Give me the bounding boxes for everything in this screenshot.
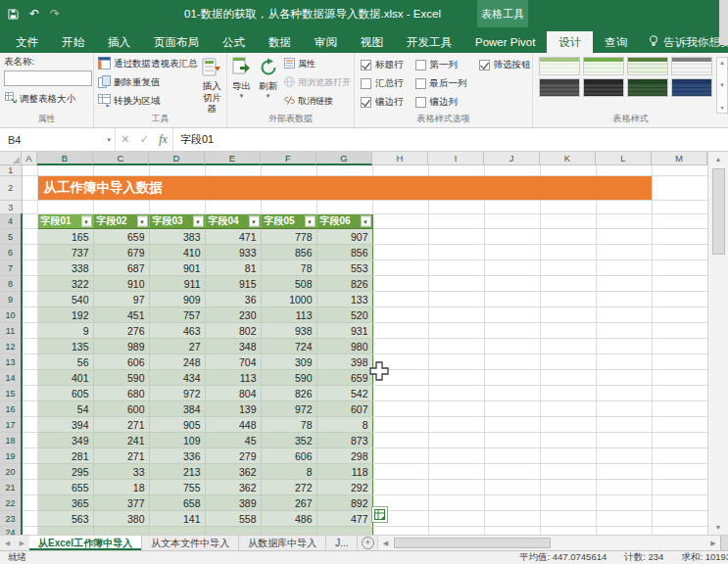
table-data-cell[interactable]: 349 bbox=[37, 433, 93, 448]
column-header[interactable]: A bbox=[22, 152, 37, 165]
grid-cell[interactable] bbox=[37, 201, 93, 214]
grid-cell[interactable] bbox=[540, 354, 596, 370]
table-style-thumbnail[interactable] bbox=[627, 57, 668, 75]
table-data-cell[interactable]: 911 bbox=[149, 276, 205, 292]
row-header[interactable]: 10 bbox=[0, 307, 22, 323]
grid-cell[interactable] bbox=[596, 292, 652, 307]
grid-cell[interactable] bbox=[22, 165, 37, 176]
grid-cell[interactable] bbox=[484, 433, 540, 448]
grid-cell[interactable] bbox=[205, 165, 261, 176]
grid-cell[interactable] bbox=[316, 201, 372, 214]
grid-cell[interactable] bbox=[372, 292, 428, 307]
table-data-cell[interactable]: 410 bbox=[149, 245, 205, 260]
grid-cell[interactable] bbox=[596, 401, 652, 417]
gallery-up-icon[interactable]: ▲ bbox=[719, 60, 725, 66]
insert-function-icon[interactable]: fx bbox=[159, 132, 168, 147]
grid-cell[interactable] bbox=[372, 527, 428, 536]
grid-cell[interactable] bbox=[372, 417, 428, 433]
grid-cell[interactable] bbox=[428, 370, 484, 386]
tell-me-box[interactable]: 告诉我你想要做什么 bbox=[639, 31, 728, 53]
grid-cell[interactable] bbox=[372, 401, 428, 417]
grid-cell[interactable] bbox=[261, 165, 316, 176]
grid-cell[interactable] bbox=[540, 292, 596, 307]
grid-cell[interactable] bbox=[540, 229, 596, 245]
table-data-cell[interactable]: 309 bbox=[261, 354, 316, 370]
grid-cell[interactable] bbox=[22, 386, 37, 401]
pane-split-handle[interactable] bbox=[720, 536, 728, 550]
table-data-cell[interactable]: 659 bbox=[93, 229, 149, 245]
horizontal-scroll-thumb[interactable] bbox=[394, 538, 551, 548]
grid-cell[interactable] bbox=[652, 339, 707, 354]
grid-cell[interactable] bbox=[484, 276, 540, 292]
row-header[interactable]: 24 bbox=[0, 527, 22, 536]
grid-cell[interactable] bbox=[484, 448, 540, 464]
enter-icon[interactable]: ✓ bbox=[140, 133, 149, 146]
table-data-cell[interactable]: 704 bbox=[205, 354, 261, 370]
grid-cell[interactable] bbox=[428, 527, 484, 536]
table-data-cell[interactable]: 81 bbox=[205, 260, 261, 276]
table-data-cell[interactable]: 737 bbox=[37, 245, 93, 260]
table-data-cell[interactable] bbox=[316, 527, 372, 536]
grid-cell[interactable] bbox=[372, 386, 428, 401]
table-data-cell[interactable]: 972 bbox=[149, 386, 205, 401]
table-data-cell[interactable]: 362 bbox=[205, 464, 261, 480]
grid-cell[interactable] bbox=[596, 495, 652, 511]
grid-cell[interactable] bbox=[540, 339, 596, 354]
grid-cell[interactable] bbox=[484, 165, 540, 176]
table-data-cell[interactable]: 118 bbox=[316, 464, 372, 480]
table-data-cell[interactable]: 18 bbox=[93, 480, 149, 495]
select-all-corner[interactable] bbox=[0, 152, 22, 165]
grid-cell[interactable] bbox=[596, 307, 652, 323]
grid-cell[interactable] bbox=[652, 527, 707, 536]
table-header-cell[interactable]: 字段04▼ bbox=[205, 214, 261, 229]
grid-cell[interactable] bbox=[484, 245, 540, 260]
grid-cell[interactable] bbox=[484, 480, 540, 495]
grid-cell[interactable] bbox=[652, 165, 707, 176]
table-data-cell[interactable]: 508 bbox=[261, 276, 316, 292]
grid-cell[interactable] bbox=[540, 370, 596, 386]
table-header-cell[interactable]: 字段01▼ bbox=[37, 214, 93, 229]
open-in-browser-button[interactable]: 用浏览器打开 bbox=[282, 73, 353, 92]
grid-cell[interactable] bbox=[428, 401, 484, 417]
table-data-cell[interactable]: 605 bbox=[37, 386, 93, 401]
table-data-cell[interactable]: 471 bbox=[205, 229, 261, 245]
grid-cell[interactable] bbox=[596, 448, 652, 464]
table-data-cell[interactable] bbox=[93, 527, 149, 536]
grid-cell[interactable] bbox=[540, 527, 596, 536]
grid-cell[interactable] bbox=[22, 307, 37, 323]
column-header[interactable]: L bbox=[596, 152, 652, 165]
sheet-tab[interactable]: 从文本文件中导入 bbox=[142, 536, 239, 550]
grid-cell[interactable] bbox=[652, 307, 707, 323]
table-data-cell[interactable]: 826 bbox=[261, 386, 316, 401]
grid-cell[interactable] bbox=[428, 276, 484, 292]
table-data-cell[interactable]: 383 bbox=[149, 229, 205, 245]
table-style-thumbnail[interactable] bbox=[539, 57, 580, 75]
row-header[interactable]: 21 bbox=[0, 480, 22, 495]
table-data-cell[interactable]: 394 bbox=[37, 417, 93, 433]
grid-cell[interactable] bbox=[372, 307, 428, 323]
grid-cell[interactable] bbox=[652, 417, 707, 433]
table-data-cell[interactable]: 36 bbox=[205, 292, 261, 307]
table-data-cell[interactable]: 281 bbox=[37, 448, 93, 464]
table-data-cell[interactable]: 248 bbox=[149, 354, 205, 370]
table-data-cell[interactable]: 658 bbox=[149, 495, 205, 511]
table-data-cell[interactable]: 540 bbox=[37, 292, 93, 307]
table-data-cell[interactable]: 113 bbox=[261, 307, 316, 323]
grid-cell[interactable] bbox=[540, 464, 596, 480]
grid-cell[interactable] bbox=[372, 370, 428, 386]
table-data-cell[interactable]: 109 bbox=[149, 433, 205, 448]
gallery-scroll-strip[interactable]: ▲ ▼ ▾ bbox=[716, 57, 728, 114]
grid-cell[interactable] bbox=[484, 201, 540, 214]
grid-cell[interactable] bbox=[484, 401, 540, 417]
sheet-nav-right-icon[interactable]: ▶ bbox=[15, 536, 29, 550]
grid-cell[interactable] bbox=[652, 386, 707, 401]
grid-cell[interactable] bbox=[484, 323, 540, 339]
table-data-cell[interactable]: 322 bbox=[37, 276, 93, 292]
table-data-cell[interactable]: 352 bbox=[261, 433, 316, 448]
grid-cell[interactable] bbox=[652, 495, 707, 511]
table-data-cell[interactable]: 989 bbox=[93, 339, 149, 354]
grid-cell[interactable] bbox=[428, 511, 484, 527]
grid-cell[interactable] bbox=[372, 354, 428, 370]
grid-cell[interactable] bbox=[652, 201, 707, 214]
table-data-cell[interactable]: 348 bbox=[205, 339, 261, 354]
